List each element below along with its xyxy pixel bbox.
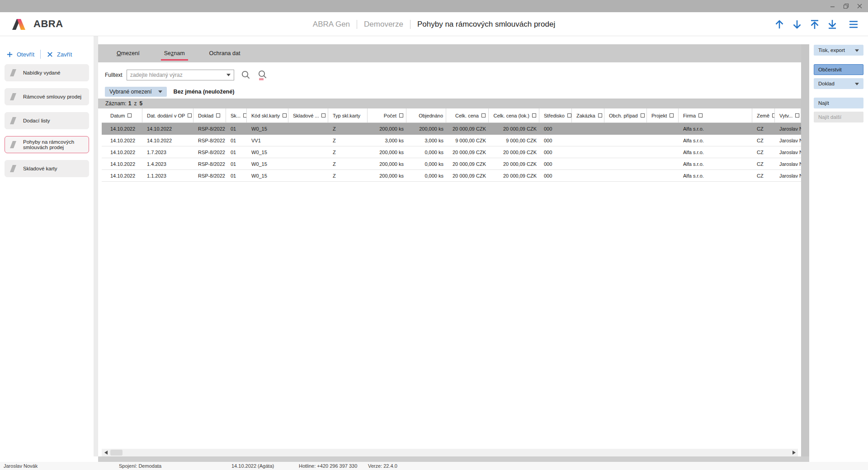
cell-obch-pripad bbox=[604, 123, 647, 134]
column-header-celk-cena-lok[interactable]: Celk. cena (lok.) bbox=[489, 108, 539, 122]
menu-icon[interactable] bbox=[848, 19, 859, 30]
selected-restriction-label: Vybrané omezení bbox=[109, 89, 152, 95]
button-label: Najít další bbox=[818, 114, 841, 120]
minimize-icon[interactable] bbox=[829, 2, 836, 10]
column-header-zakazka[interactable]: Zakázka bbox=[572, 108, 604, 122]
column-header-obch-pripad[interactable]: Obch. případ bbox=[604, 108, 647, 122]
column-header-vytv[interactable]: Vytv... bbox=[775, 108, 801, 122]
column-header-firma[interactable]: Firma bbox=[679, 108, 752, 122]
search-next-icon[interactable] bbox=[258, 70, 268, 80]
cell-kod-skl-karty: W0_15 bbox=[247, 123, 288, 134]
obcerstvit-button[interactable]: Občerstvit bbox=[814, 64, 863, 75]
cell-obch-pripad bbox=[604, 170, 647, 181]
cell-kod-skl-karty: VV1 bbox=[247, 135, 288, 146]
column-filter-box-icon[interactable] bbox=[216, 113, 220, 118]
doklad-button[interactable]: Doklad bbox=[814, 78, 863, 89]
column-filter-box-icon[interactable] bbox=[283, 113, 287, 118]
arrow-to-top-icon[interactable] bbox=[809, 19, 820, 30]
sidebar-item-skladove-karty[interactable]: Skladové karty bbox=[5, 160, 89, 177]
close-button[interactable]: Zavřít bbox=[47, 51, 72, 58]
column-filter-box-icon[interactable] bbox=[188, 113, 192, 118]
column-header-objednano[interactable]: Objednáno bbox=[406, 108, 446, 122]
najit-button[interactable]: Najít bbox=[814, 98, 863, 108]
sidebar-item-dodaci-listy[interactable]: Dodací listy bbox=[5, 112, 89, 129]
column-header-projekt[interactable]: Projekt bbox=[647, 108, 679, 122]
tab-seznam[interactable]: Seznam bbox=[152, 44, 197, 62]
column-header-dat-dodani-v-op[interactable]: Dat. dodání v OP bbox=[142, 108, 193, 122]
cell-obch-pripad bbox=[604, 146, 647, 158]
table-row[interactable]: 14.10.20221.7.2023RSP-8/202201W0_15Z200,… bbox=[102, 146, 801, 158]
column-header-pocet[interactable]: Počet bbox=[368, 108, 406, 122]
cell-typ-skl-karty: Z bbox=[328, 135, 368, 146]
arrow-down-icon[interactable] bbox=[792, 19, 802, 30]
column-header-kod-skl-karty[interactable]: Kód skl.karty bbox=[247, 108, 288, 122]
column-filter-box-icon[interactable] bbox=[321, 113, 326, 118]
column-header-label: Dat. dodání v OP bbox=[147, 113, 185, 118]
cell-zeme: CZ bbox=[752, 170, 775, 181]
status-hotline: Hotline: +420 296 397 330 bbox=[299, 463, 357, 469]
column-header-skladove[interactable]: Skladové ... bbox=[288, 108, 328, 122]
restore-icon[interactable] bbox=[842, 2, 850, 10]
column-header-sk[interactable]: Sk... bbox=[226, 108, 247, 122]
table-row[interactable]: 14.10.202214.10.2022RSP-8/202201W0_15Z20… bbox=[102, 123, 801, 135]
tab-omezeni[interactable]: Omezení bbox=[104, 44, 152, 62]
fulltext-dropdown-arrow-icon[interactable] bbox=[224, 74, 234, 76]
column-filter-box-icon[interactable] bbox=[795, 113, 799, 118]
cell-zeme: CZ bbox=[752, 158, 775, 169]
column-header-label: Země bbox=[757, 113, 769, 118]
cell-projekt bbox=[647, 135, 679, 146]
column-header-zeme[interactable]: Země bbox=[752, 108, 775, 122]
column-filter-box-icon[interactable] bbox=[670, 113, 674, 118]
column-header-doklad[interactable]: Doklad bbox=[193, 108, 226, 122]
arrow-up-icon[interactable] bbox=[774, 19, 785, 30]
sidebar-item-list: Nabídky vydanéRámcové smlouvy prodejDoda… bbox=[0, 64, 94, 177]
column-header-label: Datum bbox=[110, 113, 125, 118]
column-header-typ-skl-karty[interactable]: Typ skl.karty bbox=[328, 108, 368, 122]
sidebar-item-pohyby-na-ramcovych-smlouvach-prodej[interactable]: Pohyby na rámcových smlouvách prodej bbox=[5, 136, 89, 153]
parallelogram-icon bbox=[10, 93, 19, 100]
column-filter-box-icon[interactable] bbox=[567, 113, 571, 118]
column-filter-box-icon[interactable] bbox=[399, 113, 403, 118]
tab-ochrana-dat[interactable]: Ochrana dat bbox=[197, 44, 253, 62]
column-filter-box-icon[interactable] bbox=[243, 113, 247, 118]
sidebar-item-nabidky-vydane[interactable]: Nabídky vydané bbox=[5, 64, 89, 81]
column-header-stredisko[interactable]: Středisko bbox=[539, 108, 572, 122]
cell-stredisko: 000 bbox=[539, 158, 572, 169]
column-header-celk-cena[interactable]: Celk. cena bbox=[446, 108, 489, 122]
close-icon[interactable] bbox=[856, 2, 863, 10]
button-label: Najít bbox=[818, 100, 829, 106]
sidebar-actions: Otevřít Zavřít bbox=[6, 50, 94, 59]
cell-vytv: Jaroslav Novák bbox=[775, 146, 801, 158]
column-filter-box-icon[interactable] bbox=[532, 113, 536, 118]
arrow-to-bottom-icon[interactable] bbox=[827, 19, 838, 30]
cell-typ-skl-karty: Z bbox=[328, 123, 368, 134]
tab-label: mezení bbox=[121, 50, 140, 56]
scrollbar-thumb[interactable] bbox=[110, 450, 123, 456]
column-filter-box-icon[interactable] bbox=[598, 113, 602, 118]
abra-gen-window: ABRA ABRA Gen Demoverze Pohyby na rámcov… bbox=[0, 0, 868, 470]
column-filter-box-icon[interactable] bbox=[641, 113, 645, 118]
fulltext-input[interactable] bbox=[127, 72, 224, 78]
scroll-left-icon[interactable] bbox=[102, 449, 110, 456]
cell-pocet: 200,000 ks bbox=[368, 158, 406, 169]
selected-restriction-button[interactable]: Vybrané omezení bbox=[105, 87, 167, 97]
search-icon[interactable] bbox=[241, 70, 251, 80]
open-button[interactable]: Otevřít bbox=[6, 51, 34, 58]
horizontal-scrollbar[interactable] bbox=[102, 449, 798, 456]
cell-zakazka bbox=[572, 170, 604, 181]
fulltext-combo bbox=[127, 70, 234, 80]
table-row[interactable]: 14.10.20221.4.2023RSP-8/202201W0_15Z200,… bbox=[102, 158, 801, 170]
table-row[interactable]: 14.10.202214.10.2022RSP-8/202201VV1Z3,00… bbox=[102, 135, 801, 146]
column-header-datum[interactable]: Datum bbox=[102, 108, 142, 122]
column-filter-box-icon[interactable] bbox=[127, 113, 132, 118]
cell-pocet: 200,000 ks bbox=[368, 170, 406, 181]
column-filter-box-icon[interactable] bbox=[698, 113, 703, 118]
tisk-export-button[interactable]: Tisk, export bbox=[814, 45, 863, 56]
table-row[interactable]: 14.10.20221.1.2023RSP-8/202201W0_15Z200,… bbox=[102, 170, 801, 182]
cell-dat-dodani-v-op: 14.10.2022 bbox=[142, 123, 193, 134]
column-filter-box-icon[interactable] bbox=[481, 113, 486, 118]
cell-sk: 01 bbox=[226, 158, 247, 169]
cell-celk-cena: 20 000,09 CZK bbox=[446, 123, 489, 134]
scroll-right-icon[interactable] bbox=[790, 449, 798, 456]
sidebar-item-ramcove-smlouvy-prodej[interactable]: Rámcové smlouvy prodej bbox=[5, 88, 89, 105]
